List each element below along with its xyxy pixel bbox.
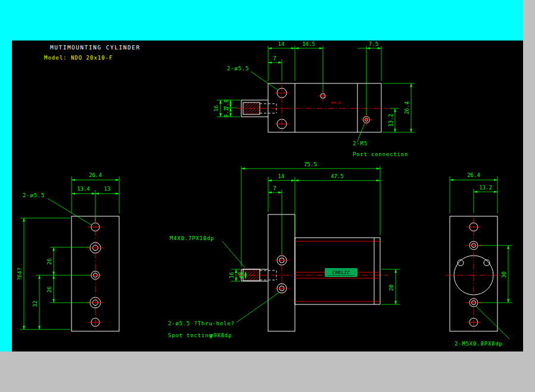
dim-13-4: 13.4 — [77, 186, 90, 192]
dim-64: ?64? — [17, 267, 23, 281]
dim-13-2: 13.2 — [479, 185, 492, 191]
dim-30: 30 — [501, 272, 507, 278]
dim-20: 20 — [388, 285, 394, 291]
dim-rod-dia: ø8 — [238, 272, 244, 279]
dim-7: 7 — [273, 185, 276, 191]
dim-7-8: 7.8 — [223, 99, 229, 109]
dim-14-5: 14.5 — [302, 41, 315, 47]
cad-drawing: MUTIMOUNTING CYLINDER Model: NDO 20x10-F — [0, 0, 535, 392]
dim-16: 16 — [213, 105, 219, 112]
dim-7-5: 7.5 — [369, 41, 378, 47]
dim-16: 16 — [229, 272, 235, 279]
dim-13: 13 — [104, 186, 111, 192]
dim-14: 14 — [278, 173, 285, 179]
label-holes: 2-ø5.5 — [23, 192, 45, 198]
drawing-title: MUTIMOUNTING CYLINDER — [50, 44, 141, 51]
drawing-model: Model: NDO 20x10-F — [44, 55, 113, 61]
dim-32: 32 — [32, 301, 38, 307]
label-thru-hole: 2-ø5.5 ?Thru-hole? — [168, 321, 235, 326]
dim-26-4: 26.4 — [467, 172, 480, 178]
label-tapped-thread: 2-M5X0.8PX8dp — [455, 341, 503, 347]
cad-app-window: MUTIMOUNTING CYLINDER Model: NDO 20x10-F — [0, 0, 535, 392]
dim-26-4: 26.4 — [89, 172, 102, 178]
dim-26-upper: 26 — [46, 259, 52, 265]
drawing-viewport[interactable] — [12, 41, 523, 351]
label-spot-dia: ø9X8dp — [210, 332, 232, 338]
label-port-desc: Port connection — [353, 151, 408, 157]
dim-13-2: 13.2 — [388, 114, 394, 127]
dim-26-lower: 26 — [46, 287, 52, 293]
dim-26-4: 26.4 — [404, 101, 410, 114]
body-marking-text: NDO 20 — [331, 101, 341, 104]
dim-47-5: 47.5 — [331, 173, 344, 179]
label-spot-facing: Spot tocting — [168, 332, 213, 338]
dim-8-2: 8.2 — [223, 108, 229, 117]
dim-14: 14 — [278, 41, 285, 47]
brand-logo: CHELIC — [325, 268, 357, 277]
label-thread: M4X0.7PX10dp — [170, 235, 214, 241]
logo-text: CHELIC — [332, 270, 350, 275]
dim-7: 7 — [273, 55, 276, 61]
label-port: 2-M5 — [353, 141, 368, 147]
dim-75-5: 75.5 — [304, 161, 317, 167]
label-holes: 2-ø5.5 — [227, 66, 249, 71]
